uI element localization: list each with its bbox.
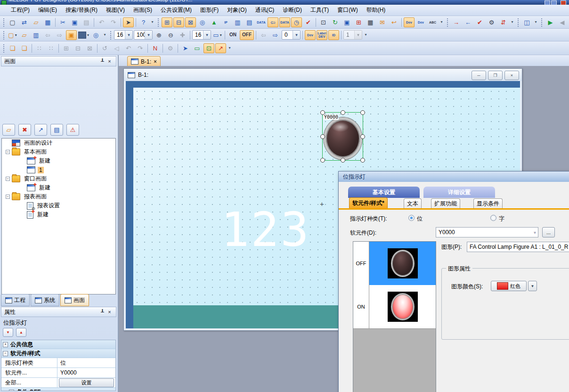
resize-handle[interactable]	[341, 110, 345, 115]
radio-word-label[interactable]: 字	[499, 215, 504, 223]
tab-text[interactable]: 文本	[404, 198, 422, 209]
screen-cascade-icon[interactable]: ⊟	[173, 17, 184, 27]
tree-expand-icon[interactable]: −	[6, 177, 10, 181]
radio-word[interactable]	[490, 215, 496, 221]
overflow-icon[interactable]: ▾	[227, 43, 232, 53]
expand-icon[interactable]: −	[3, 351, 8, 356]
select-object-icon[interactable]: ➤	[180, 43, 191, 53]
screen-memo-icon[interactable]: ▤	[50, 124, 63, 136]
sep[interactable]	[32, 44, 32, 53]
zoom-in-icon[interactable]: ⊕	[154, 30, 164, 40]
size-combo[interactable]: 16	[192, 30, 211, 40]
image-check-icon[interactable]: ▲	[209, 17, 219, 27]
grip[interactable]	[3, 31, 5, 40]
undo-icon[interactable]: ↶	[96, 17, 107, 27]
open-recent-icon[interactable]: ⇄	[19, 17, 30, 27]
tree-item-window-screens[interactable]: − 窗口画面	[2, 174, 115, 183]
expand-icon[interactable]: +	[9, 390, 14, 392]
distribute-icon[interactable]: ∷	[46, 43, 57, 53]
jump-screen-icon[interactable]: ↗	[215, 43, 226, 53]
prop-group-condition-off[interactable]: + 条件 OFF	[1, 388, 115, 391]
prop-row-device[interactable]: 软元件... Y0000	[1, 368, 115, 378]
radio-bit[interactable]	[408, 215, 415, 221]
window-frame-icon[interactable]: ▣	[341, 17, 352, 27]
window-refresh-icon[interactable]: ↻	[330, 17, 341, 27]
menu-view[interactable]: 视图(V)	[102, 5, 129, 16]
group-icon[interactable]: ⊞	[61, 43, 72, 53]
screen-copy-icon[interactable]: ⊞	[162, 17, 172, 27]
screen-preview-icon[interactable]: ◎	[197, 17, 208, 27]
simulator-start-icon[interactable]: ▶	[545, 17, 556, 27]
simulator-update-icon[interactable]: ◀	[557, 17, 568, 27]
next-state-icon[interactable]: ⇨	[270, 30, 281, 40]
option-icon[interactable]: ⚙	[165, 43, 176, 53]
align-icon[interactable]: ∷	[34, 43, 45, 53]
screen-image-icon[interactable]: ▣	[66, 30, 77, 40]
network-icon[interactable]: ⇵	[498, 17, 509, 27]
device-list-icon[interactable]: ▥	[232, 17, 243, 27]
rotate-icon[interactable]: ↺	[99, 43, 110, 53]
open-project-icon[interactable]: ▱	[31, 17, 41, 27]
overflow-icon[interactable]: ▾	[510, 17, 515, 27]
minimize-button[interactable]: ─	[471, 71, 486, 80]
sep[interactable]	[225, 31, 225, 40]
resize-handle[interactable]	[360, 158, 365, 163]
sep[interactable]	[341, 31, 341, 40]
maximize-window-icon[interactable]	[551, 0, 557, 5]
tree-item-screen-1[interactable]: 1	[2, 165, 115, 174]
restore-button[interactable]: ❐	[488, 71, 503, 80]
text-check-icon[interactable]: ABC	[427, 17, 438, 27]
shape-value-box[interactable]: FA Control Lamp Figure A1 : L_01_0_R	[467, 242, 569, 252]
menu-screen[interactable]: 画面(S)	[129, 5, 156, 16]
window-new-icon[interactable]: ⊡	[318, 17, 329, 27]
stack-icon[interactable]: ⊠	[84, 43, 95, 53]
sep[interactable]	[302, 31, 303, 40]
sep[interactable]	[401, 18, 402, 27]
sep[interactable]	[178, 44, 178, 53]
rotate-left-icon[interactable]: ↶	[123, 43, 134, 53]
prop-row-all-settings[interactable]: 全部... 设置	[1, 378, 115, 388]
flip-icon[interactable]: ◁	[111, 43, 122, 53]
grip[interactable]	[517, 18, 519, 27]
select-figure-icon[interactable]: ▭	[192, 43, 203, 53]
paste-icon[interactable]: ▤	[81, 17, 92, 27]
prop-group-common-info[interactable]: + 公共信息	[1, 340, 115, 349]
redo-icon[interactable]: ↷	[108, 17, 119, 27]
expand-all-icon[interactable]: ▲	[16, 328, 26, 337]
tree-expand-icon[interactable]: −	[6, 195, 10, 199]
prev-state-icon[interactable]: ⇦	[258, 30, 269, 40]
overflow-icon[interactable]: ▾	[150, 17, 155, 27]
grip[interactable]	[3, 18, 5, 27]
menu-object[interactable]: 对象(O)	[223, 5, 251, 16]
back-icon[interactable]: ⇦	[42, 30, 53, 40]
tab-screen[interactable]: 画面	[60, 294, 89, 306]
tab-extended[interactable]: 扩展功能	[431, 198, 460, 209]
sep[interactable]	[58, 44, 59, 53]
collapse-all-icon[interactable]: ▼	[3, 328, 13, 337]
close-screen-icon[interactable]: ✖	[18, 124, 31, 136]
state-combo[interactable]: 0	[282, 30, 301, 40]
keyboard-icon[interactable]: ▭	[212, 30, 223, 40]
device-browse-button[interactable]: ...	[542, 227, 555, 237]
reply-icon[interactable]: ↩	[389, 17, 399, 27]
fit-screen-icon[interactable]: ✚	[177, 30, 188, 40]
screen-property-icon[interactable]: ▥	[31, 30, 41, 40]
bit-lamp-object[interactable]	[324, 117, 362, 160]
copy-icon[interactable]: ▣	[69, 17, 80, 27]
font-size-combo[interactable]: 16	[114, 30, 133, 40]
ungroup-icon[interactable]: ⊟	[73, 43, 83, 53]
grip[interactable]	[157, 18, 159, 27]
write-memory-icon[interactable]: ▦	[365, 17, 376, 27]
menu-tools[interactable]: 工具(T)	[306, 5, 333, 16]
tree-item-base-new[interactable]: 新建	[2, 156, 115, 165]
screen-utility-icon[interactable]: ⊠	[185, 17, 196, 27]
prop-row-lamp-type[interactable]: 指示灯种类 位	[1, 358, 115, 368]
property-value[interactable]: 位	[57, 359, 115, 367]
menu-diagnostics[interactable]: 诊断(D)	[278, 5, 306, 16]
language-combo[interactable]: 1	[343, 30, 362, 40]
tree-item-base-screens[interactable]: − 基本画面	[2, 147, 115, 156]
send-back-icon[interactable]: ❏	[19, 43, 30, 53]
verify-got-icon[interactable]: ✔	[474, 17, 485, 27]
tree-item-report-settings[interactable]: 报表设置	[2, 201, 115, 210]
fill-color-icon[interactable]: ■	[78, 30, 89, 40]
